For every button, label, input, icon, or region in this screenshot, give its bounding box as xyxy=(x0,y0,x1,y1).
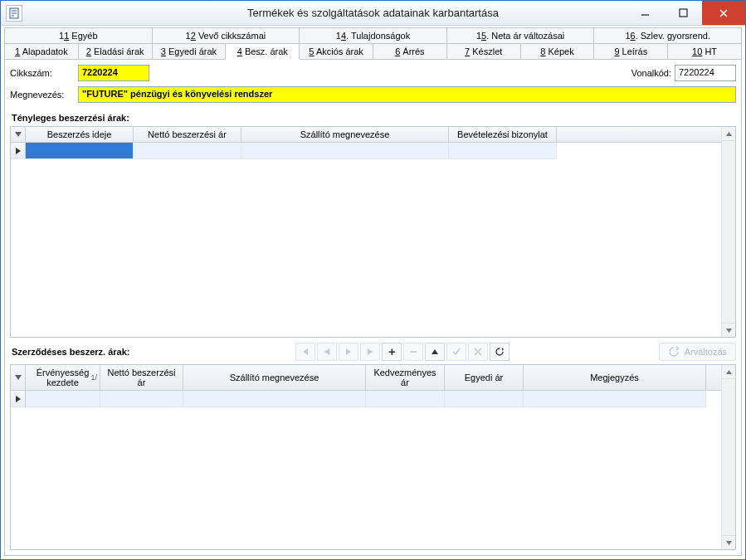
grid1-vscroll[interactable] xyxy=(721,127,735,337)
grid2-menu[interactable] xyxy=(11,365,26,390)
scroll-up-icon[interactable] xyxy=(722,127,735,141)
tabstrip-lower: 1 Alapadatok2 Eladási árak3 Egyedi árak4… xyxy=(4,43,742,60)
grid2-col-header[interactable]: Egyedi ár xyxy=(445,365,524,390)
nav-post[interactable] xyxy=(446,343,466,361)
svg-rect-1 xyxy=(680,9,687,17)
scroll-down-icon[interactable] xyxy=(722,535,735,549)
grid2-col-header[interactable]: Kedvezményes ár xyxy=(366,365,445,390)
tab-lower[interactable]: 5 Akciós árak xyxy=(300,43,373,60)
grid1-menu[interactable] xyxy=(11,127,26,142)
grid2-cell[interactable] xyxy=(445,391,524,407)
app-window: Termékek és szolgáltatások adatainak kar… xyxy=(0,0,746,560)
close-button[interactable] xyxy=(702,1,745,25)
grid1-cell[interactable] xyxy=(241,143,449,159)
nav-refresh[interactable] xyxy=(490,343,510,361)
grid1-row-indicator xyxy=(11,143,26,159)
tab-upper[interactable]: 16. Szlev. gyorsrend. xyxy=(594,27,742,43)
titlebar: Termékek és szolgáltatások adatainak kar… xyxy=(1,1,745,26)
nav-next[interactable] xyxy=(339,343,358,361)
tab-lower[interactable]: 9 Leírás xyxy=(594,43,668,60)
tab-upper[interactable]: 12 Vevő cikkszámai xyxy=(153,27,300,43)
nav-last[interactable] xyxy=(360,343,380,361)
grid2-cell[interactable] xyxy=(366,391,445,407)
grid2-col-header[interactable]: Megjegyzés xyxy=(524,365,706,390)
tab-upper[interactable]: 11 Egyéb xyxy=(4,27,153,43)
grid2-cell[interactable] xyxy=(183,391,366,407)
scroll-up-icon[interactable] xyxy=(722,365,735,379)
label-megnevezes: Megnevezés: xyxy=(10,90,78,100)
grid-actual-prices: Beszerzés idejeNettó beszerzési árSzállí… xyxy=(10,126,736,338)
nav-cancel[interactable] xyxy=(468,343,488,361)
scroll-down-icon[interactable] xyxy=(722,323,735,337)
tab-lower[interactable]: 7 Készlet xyxy=(447,43,521,60)
tab-lower[interactable]: 10 HT xyxy=(668,43,742,60)
grid2-col-header[interactable]: Nettó beszerzési ár xyxy=(100,365,183,390)
grid2-row-indicator xyxy=(11,391,26,407)
grid1-col-header[interactable]: Szállító megnevezése xyxy=(241,127,449,142)
tab-lower[interactable]: 4 Besz. árak xyxy=(226,43,300,60)
tab-lower[interactable]: 6 Árrés xyxy=(373,43,447,60)
grid1-cell[interactable] xyxy=(449,143,557,159)
tabstrip-upper: 11 Egyéb12 Vevő cikkszámai14. Tulajdonsá… xyxy=(4,27,742,43)
nav-prev[interactable] xyxy=(317,343,337,361)
section2-title: Szerződéses beszerz. árak: xyxy=(12,347,129,357)
row-megnevezes: Megnevezés: "FUTURE" pénzügyi és könyvel… xyxy=(10,86,736,103)
arvaltozas-label: Árváltozás xyxy=(685,347,727,357)
grid-contract-prices: Érvényesség kezdete1/Nettó beszerzési ár… xyxy=(10,364,736,550)
grid1-col-header[interactable]: Nettó beszerzési ár xyxy=(134,127,241,142)
grid1-col-header[interactable]: Bevételezési bizonylat xyxy=(449,127,557,142)
label-vonalkod: Vonalkód: xyxy=(631,68,671,78)
midbar: Szerződéses beszerz. árak: + − Árváltozá… xyxy=(10,343,736,361)
tab-body: Cikkszám: 7220224 Vonalkód: 7220224 Megn… xyxy=(4,59,742,556)
grid2-cell[interactable] xyxy=(26,391,100,407)
field-vonalkod[interactable]: 7220224 xyxy=(675,65,736,81)
tab-lower[interactable]: 2 Eladási árak xyxy=(79,43,153,60)
tab-lower[interactable]: 1 Alapadatok xyxy=(4,43,79,60)
grid1-col-header[interactable]: Beszerzés ideje xyxy=(26,127,134,142)
grid1-cell[interactable] xyxy=(26,143,134,159)
nav-insert[interactable]: + xyxy=(382,343,402,361)
tab-upper[interactable]: 14. Tulajdonságok xyxy=(300,27,447,43)
tab-lower[interactable]: 3 Egyedi árak xyxy=(153,43,227,60)
grid2-cell[interactable] xyxy=(100,391,183,407)
tab-lower[interactable]: 8 Képek xyxy=(521,43,595,60)
minimize-button[interactable] xyxy=(626,1,664,25)
nav-first[interactable] xyxy=(295,343,315,361)
arvaltozas-button: Árváltozás xyxy=(659,343,736,361)
client-area: 11 Egyéb12 Vevő cikkszámai14. Tulajdonsá… xyxy=(1,26,745,559)
app-icon xyxy=(6,5,22,22)
grid1-cell[interactable] xyxy=(134,143,241,159)
label-cikkszam: Cikkszám: xyxy=(10,68,78,78)
nav-delete[interactable]: − xyxy=(403,343,423,361)
grid2-col-header[interactable]: Szállító megnevezése xyxy=(183,365,366,390)
db-navigator: + − xyxy=(295,343,511,361)
grid2-cell[interactable] xyxy=(524,391,706,407)
grid2-col-header[interactable]: Érvényesség kezdete1/ xyxy=(26,365,100,390)
field-cikkszam[interactable]: 7220224 xyxy=(78,65,149,81)
grid2-vscroll[interactable] xyxy=(721,365,735,549)
refresh-icon xyxy=(668,346,680,358)
tab-upper[interactable]: 15. Neta ár változásai xyxy=(447,27,595,43)
row-cikkszam: Cikkszám: 7220224 Vonalkód: 7220224 xyxy=(10,65,736,81)
maximize-button[interactable] xyxy=(664,1,702,25)
nav-edit[interactable] xyxy=(425,343,445,361)
section1-title: Tényleges beszerzési árak: xyxy=(12,113,736,123)
field-megnevezes[interactable]: "FUTURE" pénzügyi és könyvelési rendszer xyxy=(78,86,736,103)
